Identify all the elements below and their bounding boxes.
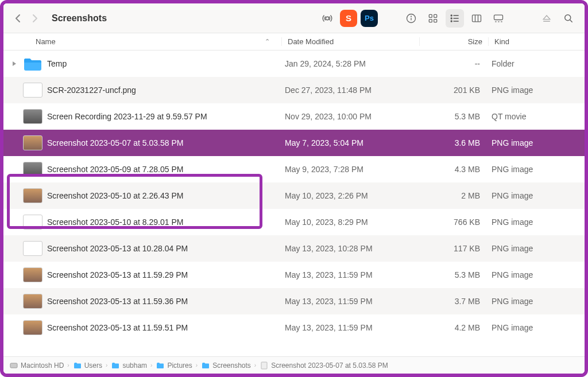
- folder-icon: [111, 361, 120, 370]
- svg-point-10: [451, 18, 452, 19]
- file-name-label: Temp: [47, 59, 67, 68]
- file-kind: PNG image: [486, 323, 585, 332]
- list-view-icon[interactable]: [446, 9, 464, 28]
- info-icon[interactable]: [402, 9, 420, 28]
- file-name-cell: Temp: [3, 56, 279, 71]
- file-row[interactable]: Screenshot 2023-05-13 at 11.59.51 PMMay …: [3, 314, 585, 341]
- file-name-label: Screenshot 2023-05-09 at 7.28.05 PM: [47, 165, 183, 174]
- svg-rect-24: [10, 363, 17, 368]
- file-row[interactable]: Screenshot 2023-05-07 at 5.03.58 PMMay 7…: [3, 130, 585, 156]
- disclosure-icon[interactable]: [11, 61, 18, 67]
- file-date: May 10, 2023, 8:29 PM: [279, 217, 417, 227]
- file-name-cell: SCR-20231227-uncf.png: [3, 83, 279, 98]
- file-name-cell: Screenshot 2023-05-10 at 8.29.01 PM: [3, 215, 279, 230]
- file-row[interactable]: TempJan 29, 2024, 5:28 PM--Folder: [3, 50, 585, 77]
- svg-rect-4: [429, 14, 432, 17]
- column-kind[interactable]: Kind: [488, 37, 585, 46]
- gallery-view-icon[interactable]: [489, 9, 508, 28]
- file-kind: QT movie: [486, 112, 585, 121]
- file-size: 5.3 MB: [417, 270, 486, 279]
- svg-point-3: [411, 16, 412, 17]
- sort-indicator-icon: ⌃: [265, 38, 270, 45]
- file-name-label: Screenshot 2023-05-13 at 11.59.36 PM: [47, 297, 188, 306]
- file-row[interactable]: Screenshot 2023-05-09 at 7.28.05 PMMay 9…: [3, 156, 585, 182]
- path-label: subham: [122, 362, 147, 370]
- file-kind: PNG image: [486, 217, 585, 227]
- file-row[interactable]: Screenshot 2023-05-13 at 11.59.36 PMMay …: [3, 288, 585, 314]
- toolbar: Screenshots S Ps: [3, 3, 585, 33]
- file-size: 5.3 MB: [417, 112, 486, 121]
- back-button[interactable]: [10, 11, 25, 26]
- file-name-label: Screenshot 2023-05-13 at 11.59.51 PM: [47, 323, 188, 332]
- file-size: 201 KB: [417, 85, 486, 95]
- column-name-label: Name: [36, 37, 56, 46]
- airdrop-icon[interactable]: [318, 9, 336, 28]
- path-segment[interactable]: Screenshot 2023-05-07 at 5.03.58 PM: [260, 361, 388, 370]
- chevron-right-icon: ›: [106, 362, 107, 368]
- disk-icon: [9, 361, 18, 370]
- svg-rect-17: [494, 15, 503, 20]
- file-size: 4.3 MB: [417, 165, 486, 174]
- file-thumbnail: [23, 83, 42, 98]
- path-bar: Macintosh HD›Users›subham›Pictures›Scree…: [3, 356, 585, 374]
- file-thumbnail: [23, 162, 42, 177]
- svg-point-8: [451, 15, 452, 16]
- chevron-right-icon: ›: [67, 362, 69, 368]
- file-list: TempJan 29, 2024, 5:28 PM--FolderSCR-202…: [3, 50, 585, 356]
- file-size: 4.2 MB: [417, 323, 486, 332]
- column-date[interactable]: Date Modified: [281, 37, 419, 46]
- file-thumbnail: [23, 135, 42, 150]
- svg-rect-14: [473, 15, 481, 22]
- search-icon[interactable]: [559, 9, 578, 28]
- column-name[interactable]: Name ⌃: [6, 37, 281, 46]
- file-name-label: Screenshot 2023-05-10 at 8.29.01 PM: [47, 217, 183, 227]
- file-row[interactable]: Screenshot 2023-05-13 at 11.59.29 PMMay …: [3, 262, 585, 288]
- file-row[interactable]: Screenshot 2023-05-10 at 2.26.43 PMMay 1…: [3, 182, 585, 209]
- svg-rect-25: [261, 362, 267, 369]
- chevron-right-icon: ›: [196, 362, 198, 368]
- file-kind: PNG image: [486, 297, 585, 306]
- path-segment[interactable]: Users: [73, 361, 102, 370]
- file-size: 3.7 MB: [417, 297, 486, 306]
- file-name-cell: Screenshot 2023-05-07 at 5.03.58 PM: [3, 135, 279, 150]
- path-label: Screenshots: [212, 362, 251, 370]
- svg-rect-6: [429, 19, 432, 22]
- file-row[interactable]: SCR-20231227-uncf.pngDec 27, 2023, 11:48…: [3, 77, 585, 103]
- finder-window: Screenshots S Ps: [3, 3, 585, 374]
- file-date: May 10, 2023, 2:26 PM: [279, 191, 417, 200]
- file-name-cell: Screenshot 2023-05-09 at 7.28.05 PM: [3, 162, 279, 177]
- path-segment[interactable]: Pictures: [156, 361, 192, 370]
- svg-point-12: [451, 21, 452, 22]
- file-date: Nov 29, 2023, 10:00 PM: [279, 112, 417, 121]
- file-name-cell: Screenshot 2023-05-13 at 10.28.04 PM: [3, 241, 279, 256]
- file-date: May 13, 2023, 11:59 PM: [279, 323, 417, 332]
- eject-icon[interactable]: [537, 9, 556, 28]
- path-label: Screenshot 2023-05-07 at 5.03.58 PM: [271, 362, 388, 370]
- folder-icon: [73, 361, 82, 370]
- app-icon-s[interactable]: S: [340, 10, 357, 27]
- column-header: Name ⌃ Date Modified Size Kind: [3, 33, 585, 50]
- file-date: May 9, 2023, 7:28 PM: [279, 165, 417, 174]
- chevron-right-icon: ›: [150, 362, 152, 368]
- file-kind: PNG image: [486, 138, 585, 147]
- app-icon-photoshop[interactable]: Ps: [361, 10, 378, 27]
- file-row[interactable]: Screenshot 2023-05-10 at 8.29.01 PMMay 1…: [3, 209, 585, 235]
- file-name-cell: Screenshot 2023-05-13 at 11.59.36 PM: [3, 294, 279, 309]
- file-thumbnail: [23, 188, 42, 203]
- column-size[interactable]: Size: [419, 37, 488, 46]
- folder-icon: [156, 361, 165, 370]
- file-row[interactable]: Screenshot 2023-05-13 at 10.28.04 PMMay …: [3, 235, 585, 262]
- column-view-icon[interactable]: [467, 9, 486, 28]
- file-date: Jan 29, 2024, 5:28 PM: [279, 59, 417, 68]
- path-segment[interactable]: Screenshots: [201, 361, 251, 370]
- forward-button[interactable]: [28, 11, 42, 26]
- path-segment[interactable]: subham: [111, 361, 147, 370]
- grid-view-icon[interactable]: [424, 9, 442, 28]
- file-kind: Folder: [486, 59, 585, 68]
- file-kind: PNG image: [486, 270, 585, 279]
- file-row[interactable]: Screen Recording 2023-11-29 at 9.59.57 P…: [3, 103, 585, 130]
- file-date: May 7, 2023, 5:04 PM: [279, 138, 417, 147]
- path-segment[interactable]: Macintosh HD: [9, 361, 64, 370]
- file-icon: [260, 361, 269, 370]
- file-date: May 13, 2023, 10:28 PM: [279, 244, 417, 253]
